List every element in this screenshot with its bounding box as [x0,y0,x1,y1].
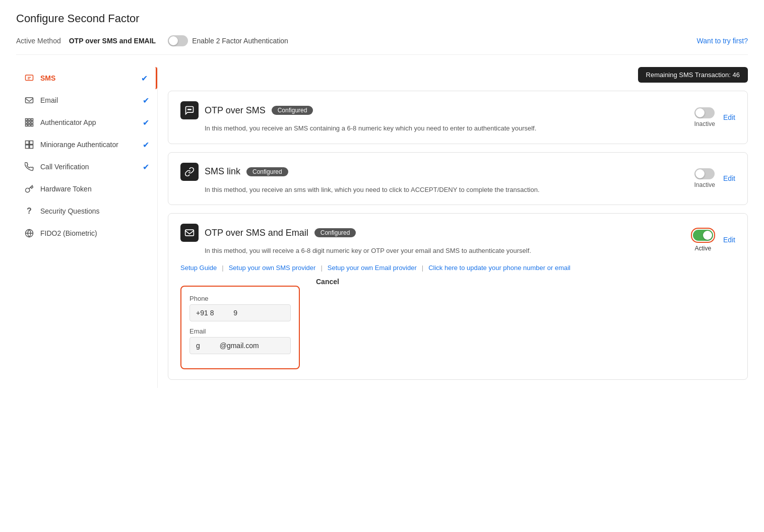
otp-sms-email-toggle-knob [703,231,712,240]
svg-rect-6 [28,121,30,123]
otp-sms-email-status: Active [695,245,712,252]
svg-rect-13 [26,145,29,149]
sidebar-security-label: Security Questions [40,207,149,215]
sidebar-item-miniorange[interactable]: Miniorange Authenticator ✔ [16,134,157,156]
page-container: Configure Second Factor Active Method OT… [0,0,764,400]
svg-rect-1 [26,98,33,103]
setup-links: Setup Guide | Setup your own SMS provide… [180,264,735,272]
sms-link-card: SMS link Configured In this method, you … [168,152,748,206]
svg-rect-8 [26,124,28,126]
svg-point-16 [188,109,189,110]
sidebar-item-sms[interactable]: SMS ✔ [16,67,157,89]
otp-sms-email-toggle-border [691,228,715,243]
sms-badge-wrapper: Remaining SMS Transaction: 46 [168,67,748,91]
sidebar-authenticator-label: Authenticator App [40,118,137,126]
enable-2fa-toggle-wrapper: Enable 2 Factor Authentication [168,35,288,46]
svg-rect-10 [31,124,33,126]
sidebar: SMS ✔ Email ✔ [16,67,157,388]
update-phone-email-link[interactable]: Click here to update your phone number o… [428,264,570,272]
sms-link-badge: Configured [246,167,288,176]
otp-sms-email-method-icon [180,224,199,242]
separator-1: | [222,264,223,272]
otp-sms-actions: Inactive Edit [694,107,735,127]
otp-sms-badge: Configured [272,106,313,115]
sms-link-header: SMS link Configured [180,163,694,181]
otp-sms-email-name: OTP over SMS and Email [205,228,308,238]
sidebar-hardware-token-label: Hardware Token [40,185,149,193]
otp-sms-email-edit-link[interactable]: Edit [723,236,735,244]
email-check-icon: ✔ [143,96,149,105]
fido2-icon [24,228,34,238]
setup-sms-provider-link[interactable]: Setup your own SMS provider [229,264,316,272]
sidebar-miniorange-label: Miniorange Authenticator [40,141,137,149]
email-input[interactable] [189,337,291,354]
call-icon [24,162,34,172]
phone-label: Phone [189,295,291,302]
sms-link-toggle-knob [695,169,705,178]
otp-sms-card: OTP over SMS Configured In this method, … [168,91,748,144]
otp-sms-email-toggle[interactable] [693,230,713,241]
sidebar-item-security-questions[interactable]: ? Security Questions [16,200,157,222]
hardware-token-icon [24,184,34,194]
separator-2: | [321,264,322,272]
otp-sms-card-row: OTP over SMS Configured In this method, … [180,101,735,134]
svg-rect-3 [28,119,30,121]
sms-check-icon: ✔ [141,74,148,83]
setup-email-provider-link[interactable]: Setup your own Email provider [328,264,417,272]
phone-field-group: Phone [189,295,291,321]
sidebar-sms-label: SMS [40,74,135,82]
cancel-button[interactable]: Cancel [316,278,339,286]
enable-2fa-toggle[interactable] [168,35,188,46]
sidebar-item-email[interactable]: Email ✔ [16,89,157,111]
svg-rect-2 [26,119,28,121]
call-check-icon: ✔ [143,162,149,172]
phone-input[interactable] [189,304,291,321]
otp-sms-toggle[interactable] [694,107,715,118]
authenticator-app-icon [24,117,34,127]
otp-sms-email-toggle-group: Active [691,228,715,252]
email-icon [24,95,34,105]
svg-rect-4 [31,119,33,121]
miniorange-check-icon: ✔ [143,140,149,150]
otp-sms-edit-link[interactable]: Edit [723,113,735,121]
page-title: Configure Second Factor [16,12,748,25]
sms-link-name: SMS link [205,166,240,177]
sms-transaction-badge: Remaining SMS Transaction: 46 [638,67,748,83]
svg-point-18 [190,109,192,110]
phone-email-form-row: Phone Email Cancel [180,278,735,369]
separator-3: | [422,264,423,272]
email-field-group: Email [189,327,291,354]
sms-link-toggle[interactable] [694,168,715,179]
email-form-label: Email [189,327,291,335]
miniorange-icon [24,140,34,150]
sms-link-toggle-group: Inactive [694,168,715,188]
otp-sms-email-actions: Active Edit [691,228,735,252]
svg-rect-11 [26,141,29,145]
sms-link-edit-link[interactable]: Edit [723,174,735,182]
otp-sms-method-icon [180,101,199,119]
otp-sms-email-card: OTP over SMS and Email Configured In thi… [168,213,748,380]
sidebar-fido2-label: FIDO2 (Biometric) [40,229,149,237]
security-questions-icon: ? [24,206,34,216]
main-layout: SMS ✔ Email ✔ [16,67,748,388]
otp-sms-description: In this method, you receive an SMS conta… [205,123,694,134]
sms-link-method-icon [180,163,199,181]
otp-sms-email-badge: Configured [314,228,356,237]
otp-sms-email-card-body: OTP over SMS and Email Configured In thi… [180,224,691,256]
otp-sms-email-header: OTP over SMS and Email Configured [180,224,691,242]
want-try-link[interactable]: Want to try first? [697,37,748,45]
sidebar-item-hardware-token[interactable]: Hardware Token [16,178,157,200]
toggle-knob [169,36,178,45]
enable-2fa-label: Enable 2 Factor Authentication [192,37,288,45]
sidebar-item-fido2[interactable]: FIDO2 (Biometric) [16,222,157,244]
svg-rect-14 [30,145,33,149]
sidebar-item-authenticator-app[interactable]: Authenticator App ✔ [16,111,157,134]
svg-rect-5 [26,121,28,123]
active-method-label: Active Method [16,37,61,45]
svg-rect-12 [30,141,33,145]
otp-sms-toggle-group: Inactive [694,107,715,127]
setup-guide-link[interactable]: Setup Guide [180,264,217,272]
sidebar-email-label: Email [40,96,137,104]
sidebar-item-call-verification[interactable]: Call Verification ✔ [16,156,157,178]
sidebar-call-label: Call Verification [40,163,137,171]
